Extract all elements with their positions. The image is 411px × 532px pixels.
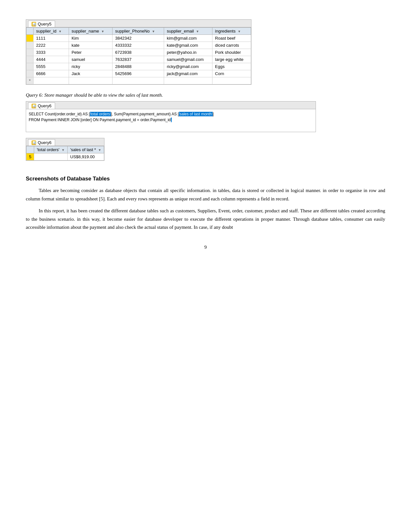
cell-supplier_email: peter@yahoo.in: [164, 49, 212, 56]
cell-supplier_id: 1111: [34, 35, 69, 42]
cell-sales: US$8,919.00: [67, 153, 104, 160]
cell-supplier_PhoneNo: 3842342: [113, 35, 164, 42]
cell-ingredients: diced carrots: [212, 42, 251, 49]
paragraph-1: Tables are becoming consider as database…: [26, 187, 385, 203]
cell-ingredients: large egg white: [212, 56, 251, 63]
new-row-cell: [34, 77, 69, 84]
query6-sql-tab-bar: 📊 Query6: [26, 102, 316, 109]
table-row: 5555ricky2848488ricky@gmail.comEggs: [26, 63, 251, 70]
cell-ingredients: Corn: [212, 70, 251, 77]
cell-supplier_name: Kim: [69, 35, 112, 42]
cell-ingredients: Roast beef: [212, 35, 251, 42]
cell-supplier_id: 5555: [34, 63, 69, 70]
cell-supplier_email: kate@gmail.com: [164, 42, 212, 49]
table-header-row: supplier_id ▼ supplier_name ▼ supplier_P…: [26, 28, 251, 35]
cell-supplier_email: jack@gmail.com: [164, 70, 212, 77]
query6-sql-tab[interactable]: 📊 Query6: [28, 102, 55, 109]
cell-supplier_PhoneNo: 2848488: [113, 63, 164, 70]
col-ingredients[interactable]: ingredients ▼: [212, 28, 251, 35]
query5-tab-label: Query5: [38, 22, 52, 26]
table-row: 1111Kim3842342kim@gmail.comRoast beef: [26, 35, 251, 42]
col-supplier-name[interactable]: supplier_name ▼: [69, 28, 112, 35]
cell-supplier_name: Peter: [69, 49, 112, 56]
query6-sql-content: SELECT Count(order.order_id) AS ['total …: [26, 109, 316, 132]
table-row: 2222kate4333332kate@gmail.comdiced carro…: [26, 42, 251, 49]
cell-ingredients: Eggs: [212, 63, 251, 70]
query5-tab[interactable]: 📊 Query5: [28, 21, 55, 27]
cell-supplier_PhoneNo: 6723938: [113, 49, 164, 56]
cell-supplier_name: Jack: [69, 70, 112, 77]
col-supplier-phoneno[interactable]: supplier_PhoneNo ▼: [113, 28, 164, 35]
query5-tab-icon: 📊: [32, 22, 36, 26]
cell-supplier_PhoneNo: 4333332: [113, 42, 164, 49]
cell-supplier_PhoneNo: 7632837: [113, 56, 164, 63]
query5-table: supplier_id ▼ supplier_name ▼ supplier_P…: [26, 27, 251, 84]
new-row-cell: [164, 77, 212, 84]
col-sales-of-last[interactable]: 'sales of last * ▼: [67, 146, 104, 153]
query6-result-panel: 📊 Query6 'total orders' ▼ 'sales of last…: [26, 138, 104, 161]
cell-supplier_PhoneNo: 5425696: [113, 70, 164, 77]
query6-result-tab-icon: 📊: [32, 140, 36, 145]
query6-result-tab-bar: 📊 Query6: [26, 138, 104, 146]
cell-supplier_id: 2222: [34, 42, 69, 49]
col-supplier-id[interactable]: supplier_id ▼: [34, 28, 69, 35]
query5-tab-bar: 📊 Query5: [26, 20, 251, 27]
cell-supplier_email: ricky@gmail.com: [164, 63, 212, 70]
table-row: 3333Peter6723938peter@yahoo.inPork shoul…: [26, 49, 251, 56]
cell-supplier_email: kim@gmail.com: [164, 35, 212, 42]
table-row: 4444samuel7632837samuel@gmail.comlarge e…: [26, 56, 251, 63]
row-selector-cell: 5: [26, 153, 34, 160]
cell-supplier_email: samuel@gmail.com: [164, 56, 212, 63]
cell-supplier_id: 6666: [34, 70, 69, 77]
new-row-cell: [113, 77, 164, 84]
cell-supplier_name: ricky: [69, 63, 112, 70]
cell-supplier_id: 3333: [34, 49, 69, 56]
sql-line2: FROM Payment INNER JOIN [order] ON Payme…: [29, 118, 172, 122]
query6-sql-panel: 📊 Query6 SELECT Count(order.order_id) AS…: [26, 101, 316, 132]
table-row: 5US$8,919.00: [26, 153, 104, 160]
table-row: 6666Jack5425696jack@gmail.comCorn: [26, 70, 251, 77]
query6-caption: Query 6: Store manager should be able to…: [26, 92, 385, 98]
cell-supplier_name: kate: [69, 42, 112, 49]
query6-sql-tab-label: Query6: [38, 103, 52, 108]
page-number: 9: [26, 245, 385, 250]
query5-panel: 📊 Query5 supplier_id ▼ supplier_name ▼ s…: [26, 19, 385, 91]
paragraph-2: In this report, it has been created the …: [26, 207, 385, 232]
row-selector-cell: [26, 42, 34, 49]
row-selector-header2: [26, 146, 34, 153]
query6-result-tab-label: Query6: [38, 140, 52, 145]
cell-total-orders: [34, 153, 68, 160]
new-row-cell: [69, 77, 112, 84]
new-row: *: [26, 77, 251, 84]
query6-result-table: 'total orders' ▼ 'sales of last * ▼ 5US$…: [26, 146, 104, 160]
row-selector-header: [26, 28, 34, 35]
row-selector-cell: [26, 63, 34, 70]
cell-supplier_name: samuel: [69, 56, 112, 63]
row-selector-cell: [26, 56, 34, 63]
cell-ingredients: Pork shoulder: [212, 49, 251, 56]
row-selector-cell: [26, 70, 34, 77]
query6-sql-tab-icon: 📊: [32, 104, 36, 108]
query5-table-panel: 📊 Query5 supplier_id ▼ supplier_name ▼ s…: [26, 19, 251, 85]
row-selector-cell: [26, 49, 34, 56]
sql-line1: SELECT Count(order.order_id) AS ['total …: [29, 112, 214, 116]
new-row-star: *: [26, 77, 34, 84]
row-selector-cell: [26, 35, 34, 42]
query6-result-tab[interactable]: 📊 Query6: [28, 139, 55, 146]
section-heading: Screenshots of Database Tables: [26, 176, 385, 182]
query6-header-row: 'total orders' ▼ 'sales of last * ▼: [26, 146, 104, 153]
col-total-orders[interactable]: 'total orders' ▼: [34, 146, 68, 153]
new-row-cell: [212, 77, 251, 84]
cell-supplier_id: 4444: [34, 56, 69, 63]
col-supplier-email[interactable]: supplier_email ▼: [164, 28, 212, 35]
